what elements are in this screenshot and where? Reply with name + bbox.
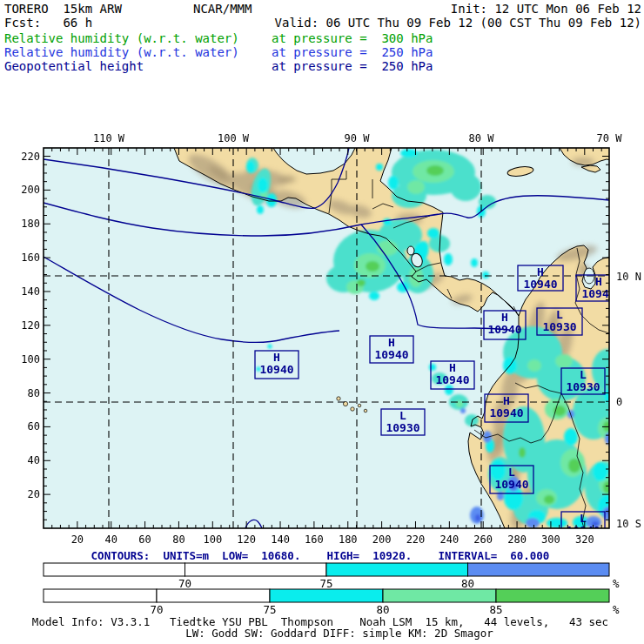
- extrema-letter: L: [580, 368, 587, 381]
- field-level-hgt250: at pressure = 250 hPa: [272, 59, 433, 73]
- field-level-rh250: at pressure = 250 hPa: [272, 45, 433, 59]
- extrema-value: 10940: [494, 478, 528, 491]
- latitude-label: 10 S: [616, 518, 641, 530]
- x-axis-tick-label: 240: [440, 533, 460, 546]
- extrema-value: 10940: [259, 363, 293, 376]
- extrema-value: 10930: [542, 320, 576, 333]
- y-axis-tick-label: 140: [21, 285, 40, 298]
- longitude-label: 100 W: [218, 132, 250, 144]
- x-axis-tick-label: 40: [104, 533, 117, 546]
- x-axis-tick-label: 120: [237, 533, 256, 546]
- colorbar-tick-label: 70: [178, 577, 191, 590]
- model-title: TORERO 15km ARW: [4, 2, 122, 16]
- extrema-letter: L: [508, 466, 515, 479]
- extrema-letter: H: [595, 275, 602, 288]
- extrema-letter: L: [399, 409, 406, 422]
- weather-chart: TORERO 15km ARW NCAR/MMM Init: 12 UTC Mo…: [0, 0, 644, 644]
- extrema-letter: H: [501, 311, 508, 324]
- y-axis-tick-label: 80: [28, 387, 40, 399]
- colorbars: 707580%70758085%: [44, 563, 620, 616]
- map-panel: H10940H10940H10940L10930H10940H10940H109…: [21, 132, 641, 546]
- extrema-letter: H: [273, 351, 280, 364]
- y-axis-tick-label: 200: [21, 184, 40, 196]
- colorbar-unit-label: %: [613, 577, 620, 590]
- colorbar-tick-label: 85: [489, 603, 502, 616]
- colorbar-segment: [383, 589, 496, 602]
- field-level-rh300: at pressure = 300 hPa: [272, 31, 433, 45]
- x-axis-tick-label: 20: [71, 533, 84, 546]
- colorbar-segment: [44, 589, 157, 602]
- colorbar-tick-label: 70: [150, 603, 163, 616]
- y-axis-tick-label: 60: [28, 420, 40, 433]
- colorbar-tick-label: 80: [376, 603, 389, 616]
- y-axis-tick-label: 100: [21, 353, 40, 366]
- colorbar-rh250: 707580%: [44, 563, 620, 590]
- colorbar-tick-label: 80: [461, 577, 474, 590]
- extrema-value: 10930: [386, 421, 419, 434]
- colorbar-segment: [185, 563, 327, 576]
- colorbar-segment: [326, 563, 468, 576]
- longitude-label: 90 W: [345, 132, 371, 144]
- extrema-letter: L: [580, 512, 587, 525]
- y-axis-tick-label: 220: [21, 151, 40, 163]
- colorbar-tick-label: 75: [319, 577, 332, 590]
- colorbar-segment: [270, 589, 383, 602]
- x-axis-tick-label: 200: [372, 533, 392, 546]
- colorbar-unit-label: %: [613, 603, 620, 616]
- x-axis-tick-label: 80: [172, 533, 184, 546]
- x-axis-tick-label: 300: [541, 533, 560, 546]
- header: TORERO 15km ARW NCAR/MMM Init: 12 UTC Mo…: [4, 2, 641, 73]
- y-axis-tick-label: 20: [28, 488, 40, 500]
- x-axis-tick-label: 260: [473, 533, 493, 546]
- y-axis-tick-label: 120: [21, 319, 40, 332]
- y-axis-tick-label: 160: [21, 252, 40, 264]
- colorbar-rh300: 70758085%: [44, 589, 620, 616]
- y-axis-tick-label: 180: [21, 218, 40, 230]
- x-axis-tick-label: 140: [271, 533, 290, 546]
- field-legend: Relative humidity (w.r.t. water) at pres…: [4, 31, 433, 73]
- x-axis-tick-label: 320: [575, 533, 594, 546]
- extrema-letter: H: [503, 394, 510, 407]
- extrema-value: 10940: [435, 373, 469, 386]
- x-axis-tick-label: 160: [305, 533, 324, 546]
- extrema-letter: H: [537, 265, 544, 278]
- extrema-value: 10940: [581, 287, 615, 300]
- longitude-label: 110 W: [93, 132, 125, 144]
- field-label-rh250: Relative humidity (w.r.t. water): [4, 45, 239, 59]
- extrema-letter: L: [556, 308, 563, 321]
- extrema-value: 10940: [489, 406, 523, 419]
- longitude-label: 80 W: [469, 132, 495, 144]
- valid-time: Valid: 06 UTC Thu 09 Feb 12 (00 CST Thu …: [275, 16, 641, 30]
- colorbar-segment: [157, 589, 270, 602]
- x-axis-tick-label: 220: [406, 533, 426, 546]
- colorbar-segment: [44, 563, 185, 576]
- y-axis-tick-label: 40: [28, 454, 40, 466]
- forecast-hour: Fcst: 66 h: [4, 16, 92, 30]
- x-axis-tick-label: 60: [138, 533, 151, 546]
- contour-info-line: CONTOURS: UNITS=m LOW= 10680. HIGH= 1092…: [91, 549, 550, 562]
- colorbar-segment: [496, 589, 609, 602]
- extrema-value: 10940: [487, 323, 521, 336]
- field-label-hgt250: Geopotential height: [4, 59, 144, 73]
- extrema-value: 10930: [566, 380, 600, 393]
- x-axis-tick-label: 100: [203, 533, 222, 546]
- latitude-label: 0: [616, 396, 622, 408]
- init-time: Init: 12 UTC Mon 06 Feb 12: [451, 2, 641, 16]
- center-name: NCAR/MMM: [193, 2, 252, 16]
- x-axis-tick-label: 180: [339, 533, 358, 546]
- extrema-letter: H: [449, 361, 456, 374]
- extrema-value: 10940: [523, 278, 557, 291]
- longitude-label: 70 W: [597, 132, 623, 144]
- x-axis-tick-label: 280: [507, 533, 527, 546]
- field-label-rh300: Relative humidity (w.r.t. water): [4, 31, 239, 45]
- latitude-label: 10 N: [616, 271, 641, 283]
- model-info-line2: LW: Godd SW: Goddard DIFF: simple KM: 2D…: [185, 627, 493, 640]
- colorbar-tick-label: 75: [263, 603, 276, 616]
- extrema-letter: H: [388, 336, 395, 349]
- colorbar-segment: [468, 563, 610, 576]
- extrema-value: 10940: [374, 348, 408, 361]
